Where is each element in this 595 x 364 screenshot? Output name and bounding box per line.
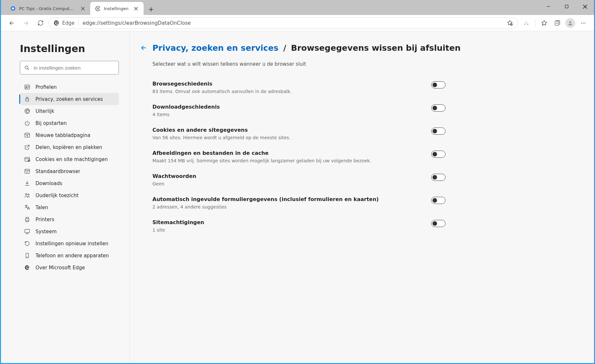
window-controls <box>539 0 594 13</box>
sidebar-item-profielen[interactable]: Profielen <box>20 81 119 93</box>
favorites-icon[interactable] <box>538 17 550 29</box>
sidebar-item-label: Bij opstarten <box>35 120 67 126</box>
sidebar-item-label: Systeem <box>35 229 57 235</box>
profile-avatar[interactable] <box>564 17 576 29</box>
cookie-icon <box>24 156 30 163</box>
setting-toggle[interactable] <box>431 220 446 227</box>
printer-icon <box>24 216 30 223</box>
sidebar-item-bij-opstarten[interactable]: Bij opstarten <box>20 117 119 129</box>
minimize-button[interactable] <box>539 0 558 13</box>
family-icon <box>24 192 30 199</box>
tab-strip: PC Tips - Gratis Computer Tips, i Instel… <box>1 0 157 15</box>
sidebar-item-label: Standaardbrowser <box>35 169 80 174</box>
sidebar-item-label: Ouderlijk toezicht <box>35 193 78 198</box>
close-tab-icon[interactable] <box>78 4 87 13</box>
setting-text: Browsegeschiedenis83 items. Omvat ook au… <box>152 81 291 94</box>
setting-toggle[interactable] <box>431 128 446 135</box>
sidebar-item-label: Downloads <box>35 181 62 186</box>
sidebar-item-privacy-zoeken-en-services[interactable]: Privacy, zoeken en services <box>20 93 119 105</box>
add-favorite-icon[interactable] <box>505 18 515 28</box>
tab-pc-tips[interactable]: PC Tips - Gratis Computer Tips, i <box>6 2 90 15</box>
scheme-label: Edge <box>62 20 75 26</box>
sidebar-item-systeem[interactable]: Systeem <box>20 225 119 237</box>
new-tab-button[interactable] <box>146 4 157 15</box>
reload-button[interactable] <box>34 17 47 29</box>
settings-search-input[interactable] <box>34 65 115 71</box>
svg-point-9 <box>585 22 586 23</box>
setting-toggle[interactable] <box>431 151 446 158</box>
setting-title: Sitemachtigingen <box>152 219 204 225</box>
setting-toggle[interactable] <box>431 197 446 204</box>
sidebar-item-standaardbrowser[interactable]: Standaardbrowser <box>20 165 119 177</box>
url-text: edge://settings/clearBrowsingDataOnClose <box>83 20 501 26</box>
svg-rect-3 <box>565 5 568 8</box>
edge-logo-icon <box>53 20 60 26</box>
sidebar-item-talen[interactable]: Talen <box>20 201 119 213</box>
language-icon <box>24 204 30 211</box>
setting-text: Automatisch ingevulde formuliergegevens … <box>152 196 379 209</box>
setting-toggle[interactable] <box>431 174 446 181</box>
settings-main: Privacy, zoeken en services / Browsegege… <box>130 31 594 363</box>
setting-row: Browsegeschiedenis83 items. Omvat ook au… <box>152 77 446 100</box>
setting-title: Cookies en andere sitegegevens <box>152 127 290 133</box>
svg-point-7 <box>581 22 582 23</box>
sidebar-item-nieuwe-tabbladpagina[interactable]: Nieuwe tabbladpagina <box>20 129 119 141</box>
profile-card-icon <box>24 84 30 90</box>
sidebar-item-label: Profielen <box>35 84 57 90</box>
sidebar-item-cookies-en-site-machtigingen[interactable]: Cookies en site machtigingen <box>20 153 119 165</box>
collections-icon[interactable] <box>551 17 563 29</box>
setting-text: Downloadgeschiedenis4 items <box>152 104 220 117</box>
titlebar: PC Tips - Gratis Computer Tips, i Instel… <box>1 0 594 15</box>
setting-description: 1 site <box>152 227 204 233</box>
close-window-button[interactable] <box>576 0 594 13</box>
tab-title: Instellingen <box>104 6 129 11</box>
sidebar-item-label: Over Microsoft Edge <box>35 265 85 271</box>
extensions-icon[interactable] <box>520 17 532 29</box>
setting-text: Sitemachtigingen1 site <box>152 219 204 233</box>
setting-toggle[interactable] <box>431 81 446 88</box>
setting-text: Cookies en andere sitegegevensVan 56 sit… <box>152 127 290 140</box>
setting-text: WachtwoordenGeen <box>152 173 196 186</box>
sidebar-item-label: Nieuwe tabbladpagina <box>35 132 91 138</box>
system-icon <box>24 228 30 235</box>
breadcrumb-current: Browsegegevens wissen bij afsluiten <box>291 43 461 53</box>
close-tab-icon[interactable] <box>132 4 140 13</box>
setting-row: Automatisch ingevulde formuliergegevens … <box>152 192 446 215</box>
phone-icon <box>24 252 30 259</box>
sidebar-item-printers[interactable]: Printers <box>20 213 119 225</box>
sidebar-item-ouderlijk-toezicht[interactable]: Ouderlijk toezicht <box>20 189 119 201</box>
more-menu-button[interactable] <box>577 17 589 29</box>
tab-settings[interactable]: Instellingen <box>90 2 144 15</box>
setting-description: 2 adressen, 4 andere suggesties <box>152 204 379 209</box>
sidebar-item-over-microsoft-edge[interactable]: Over Microsoft Edge <box>20 262 119 274</box>
sidebar-item-instellingen-opnieuw-instellen[interactable]: Instellingen opnieuw instellen <box>20 237 119 249</box>
sidebar-item-uiterlijk[interactable]: Uiterlijk <box>20 105 119 117</box>
settings-search[interactable] <box>20 61 119 74</box>
setting-text: Afbeeldingen en bestanden in de cacheMaa… <box>152 150 371 163</box>
settings-nav-list: ProfielenPrivacy, zoeken en servicesUite… <box>20 81 119 274</box>
lock-icon <box>24 96 30 102</box>
nav-forward-button[interactable] <box>20 17 32 29</box>
sidebar-item-telefoon-en-andere-apparaten[interactable]: Telefoon en andere apparaten <box>20 249 119 262</box>
svg-point-2 <box>97 8 98 9</box>
nav-back-button[interactable] <box>6 17 18 29</box>
setting-title: Downloadgeschiedenis <box>152 104 220 110</box>
gear-icon <box>95 6 101 11</box>
setting-title: Wachtwoorden <box>152 173 196 179</box>
svg-point-8 <box>583 22 584 23</box>
setting-row: WachtwoordenGeen <box>152 169 446 192</box>
breadcrumb-back-button[interactable] <box>139 43 149 53</box>
tab-favicon-icon <box>10 6 16 11</box>
maximize-button[interactable] <box>558 0 576 13</box>
sidebar-item-delen-kopi-ren-en-plakken[interactable]: Delen, kopiëren en plakken <box>20 141 119 153</box>
toolbar: Edge edge://settings/clearBrowsingDataOn… <box>1 15 594 31</box>
sidebar-item-label: Cookies en site machtigingen <box>35 156 108 162</box>
page-subtext: Selecteer wat u wilt wissen telkens wann… <box>152 61 581 67</box>
new-tab-icon <box>24 132 30 139</box>
address-bar[interactable]: Edge edge://settings/clearBrowsingDataOn… <box>49 17 518 29</box>
setting-description: 83 items. Omvat ook automatisch aanvulle… <box>152 89 291 94</box>
breadcrumb-parent-link[interactable]: Privacy, zoeken en services <box>152 43 278 53</box>
sidebar-item-label: Privacy, zoeken en services <box>35 96 103 102</box>
setting-toggle[interactable] <box>431 104 446 112</box>
sidebar-item-downloads[interactable]: Downloads <box>20 177 119 189</box>
